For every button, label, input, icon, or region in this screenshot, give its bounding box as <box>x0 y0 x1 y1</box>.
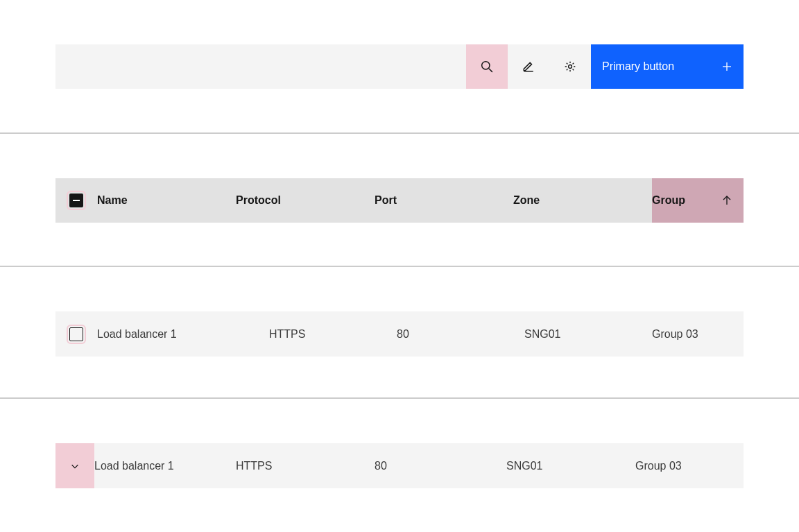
search-button[interactable] <box>466 44 508 89</box>
cell-group-label: Group 03 <box>652 328 698 341</box>
checkbox-indeterminate-icon <box>69 194 83 207</box>
cell-port: 80 <box>375 328 513 341</box>
column-header-group[interactable]: Group <box>652 178 744 223</box>
cell-name: Load balancer 1 <box>97 328 236 341</box>
cell-port: 80 <box>372 460 504 472</box>
toolbar-search-area[interactable] <box>55 44 466 89</box>
table-row[interactable]: Load balancer 1 HTTPS 80 SNG01 Group 03 <box>55 443 744 488</box>
cell-name: Load balancer 1 <box>94 460 233 472</box>
svg-line-1 <box>489 69 492 72</box>
gear-icon <box>564 60 576 73</box>
svg-point-3 <box>569 65 572 69</box>
search-icon <box>481 60 493 73</box>
svg-point-0 <box>482 62 490 69</box>
primary-button[interactable]: Primary button <box>591 44 744 89</box>
cell-group: Group 03 <box>652 311 744 357</box>
column-header-group-label: Group <box>652 194 685 207</box>
settings-button[interactable] <box>549 44 591 89</box>
cell-zone: SNG01 <box>513 328 652 341</box>
column-header-port[interactable]: Port <box>375 194 513 207</box>
cell-protocol: HTTPS <box>236 328 375 341</box>
row-expand-toggle[interactable] <box>55 443 94 488</box>
arrow-up-icon <box>721 195 732 206</box>
cell-protocol: HTTPS <box>233 460 372 472</box>
primary-button-label: Primary button <box>602 60 674 73</box>
column-header-name[interactable]: Name <box>97 194 236 207</box>
cell-group-label: Group 03 <box>635 460 682 472</box>
edit-button[interactable] <box>508 44 549 89</box>
table-row[interactable]: Load balancer 1 HTTPS 80 SNG01 Group 03 <box>55 311 744 357</box>
select-all-checkbox[interactable] <box>55 178 97 223</box>
cell-group: Group 03 <box>635 443 744 488</box>
column-header-zone[interactable]: Zone <box>513 194 652 207</box>
edit-icon <box>522 60 535 73</box>
plus-icon <box>721 61 732 72</box>
column-header-protocol[interactable]: Protocol <box>236 194 375 207</box>
checkbox-empty-icon <box>69 327 83 341</box>
cell-zone: SNG01 <box>504 460 635 472</box>
table-header: Name Protocol Port Zone Group <box>55 178 744 223</box>
toolbar: Primary button <box>55 44 744 89</box>
row-checkbox[interactable] <box>55 311 97 357</box>
chevron-down-icon <box>70 461 80 471</box>
